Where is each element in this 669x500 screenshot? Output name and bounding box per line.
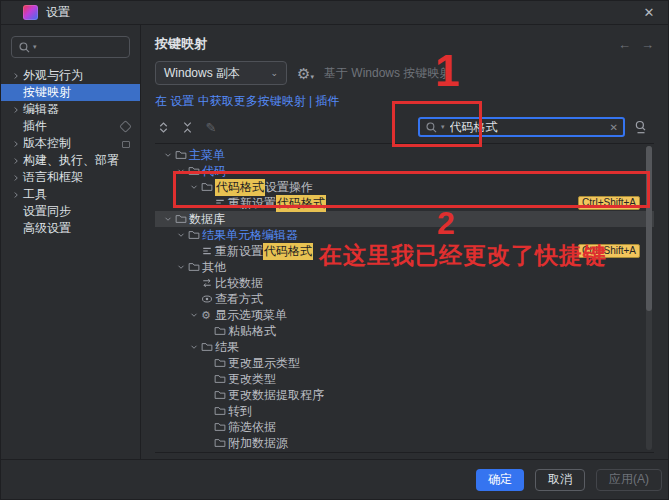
- tree-row-label: 结果: [215, 339, 239, 356]
- apply-button[interactable]: 应用(A): [596, 469, 662, 491]
- sidebar-item-9[interactable]: 高级设置: [1, 220, 140, 237]
- sidebar-item-7[interactable]: 工具: [1, 186, 140, 203]
- tree-row-17[interactable]: 筛选依据: [155, 419, 654, 435]
- clear-search-icon[interactable]: ✕: [610, 122, 618, 133]
- scrollbar-thumb[interactable]: [646, 146, 652, 311]
- folder-icon: [188, 229, 202, 241]
- keymap-gear-button[interactable]: ⚙ ▾: [297, 66, 314, 81]
- caret-down-icon: ▾: [33, 43, 37, 51]
- chevron-down-icon[interactable]: [189, 182, 201, 192]
- sidebar-item-1[interactable]: 按键映射: [1, 84, 140, 101]
- tree-row-13[interactable]: 更改显示类型: [155, 355, 654, 371]
- cancel-button[interactable]: 取消: [535, 469, 585, 491]
- chevron-right-icon[interactable]: [11, 139, 23, 149]
- sidebar-item-4[interactable]: 版本控制: [1, 135, 140, 152]
- chevron-right-icon[interactable]: [11, 105, 23, 115]
- chevron-down-icon[interactable]: [176, 166, 188, 176]
- keymap-tree: 主菜单代码代码格式设置操作重新设置代码格式Ctrl+Shift+A数据库结果单元…: [155, 143, 654, 453]
- tree-row-8[interactable]: 比较数据: [155, 275, 654, 291]
- chevron-down-icon[interactable]: [163, 150, 175, 160]
- chevron-down-icon[interactable]: [176, 262, 188, 272]
- tree-row-label: 转到: [228, 403, 252, 420]
- tree-row-18[interactable]: 附加数据源: [155, 435, 654, 451]
- chevron-right-icon[interactable]: [11, 156, 23, 166]
- forward-icon[interactable]: →: [641, 37, 654, 52]
- folder-icon: [175, 213, 189, 225]
- dialog-footer: 确定 取消 应用(A): [1, 459, 668, 499]
- caret-down-icon: ▾: [310, 73, 314, 81]
- expand-all-button[interactable]: [155, 119, 171, 135]
- shortcut-badge: Ctrl+Shift+A: [578, 244, 640, 258]
- sidebar-item-3[interactable]: 插件: [1, 118, 140, 135]
- chevron-down-icon[interactable]: [176, 230, 188, 240]
- keymap-select[interactable]: Windows 副本 ⌄: [155, 61, 287, 85]
- tree-row-label: 代码格式: [215, 179, 265, 196]
- close-icon[interactable]: ✕: [638, 5, 660, 20]
- sidebar-item-5[interactable]: 构建、执行、部署: [1, 152, 140, 169]
- tree-row-15[interactable]: 更改数据提取程序: [155, 387, 654, 403]
- chevron-right-icon[interactable]: [11, 173, 23, 183]
- tree-row-label: 筛选依据: [228, 419, 276, 436]
- tree-row-14[interactable]: 更改类型: [155, 371, 654, 387]
- tree-row-label: 数据库: [189, 211, 225, 228]
- tree-row-4[interactable]: 数据库: [155, 211, 654, 227]
- chevron-down-icon[interactable]: [189, 342, 201, 352]
- sidebar-item-8[interactable]: 设置同步: [1, 203, 140, 220]
- tree-row-5[interactable]: 结果单元格编辑器: [155, 227, 654, 243]
- ok-button[interactable]: 确定: [476, 469, 524, 491]
- app-logo-icon: [23, 5, 38, 20]
- tree-rows: 主菜单代码代码格式设置操作重新设置代码格式Ctrl+Shift+A数据库结果单元…: [155, 147, 654, 451]
- tree-row-2[interactable]: 代码格式设置操作: [155, 179, 654, 195]
- tree-row-1[interactable]: 代码: [155, 163, 654, 179]
- shortcut-badge: Ctrl+Shift+A: [578, 196, 640, 210]
- tree-row-16[interactable]: 转到: [155, 403, 654, 419]
- gear-icon: ⚙: [201, 310, 215, 321]
- tree-row-7[interactable]: 其他: [155, 259, 654, 275]
- sidebar-item-6[interactable]: 语言和框架: [1, 169, 140, 186]
- chevron-right-icon[interactable]: [11, 190, 23, 200]
- dialog-body: ▾ 外观与行为按键映射编辑器插件版本控制构建、执行、部署语言和框架工具设置同步高…: [1, 25, 668, 461]
- find-by-shortcut-button[interactable]: [634, 120, 648, 134]
- action-search-field[interactable]: ▾ ✕: [418, 117, 625, 137]
- back-icon[interactable]: ←: [618, 37, 631, 52]
- folder-icon: [214, 373, 228, 385]
- chevron-down-icon[interactable]: [189, 310, 201, 320]
- reformat-icon: [201, 245, 215, 257]
- tree-row-12[interactable]: 结果: [155, 339, 654, 355]
- scrollbar-track[interactable]: [646, 146, 652, 450]
- folder-icon: [214, 389, 228, 401]
- tree-row-label: 代码格式: [276, 195, 326, 212]
- keymap-select-value: Windows 副本: [164, 65, 240, 82]
- settings-dialog: 设置 ✕ ▾ 外观与行为按键映射编辑器插件版本控制构建、执行、部署语言和框架工具…: [0, 0, 669, 500]
- chevron-right-icon[interactable]: [11, 71, 23, 81]
- folder-icon: [175, 149, 189, 161]
- tree-row-10[interactable]: ⚙显示选项菜单: [155, 307, 654, 323]
- page-header: 按键映射 ← →: [155, 35, 654, 53]
- sidebar-item-label: 按键映射: [23, 84, 71, 101]
- tree-row-11[interactable]: 粘贴格式: [155, 323, 654, 339]
- chevron-down-icon[interactable]: [163, 214, 175, 224]
- get-more-keymaps-link[interactable]: 在 设置 中获取更多按键映射 | 插件: [155, 93, 654, 107]
- caret-down-icon: ▾: [441, 123, 445, 131]
- tree-row-label: 更改数据提取程序: [228, 387, 324, 404]
- tree-row-label: 主菜单: [189, 147, 225, 164]
- tree-row-3[interactable]: 重新设置代码格式Ctrl+Shift+A: [155, 195, 654, 211]
- edit-shortcut-button[interactable]: ✎: [203, 119, 219, 135]
- sidebar-item-0[interactable]: 外观与行为: [1, 67, 140, 84]
- tree-row-label: 代码: [202, 163, 226, 180]
- sidebar-item-label: 外观与行为: [23, 67, 83, 84]
- folder-icon: [214, 325, 228, 337]
- tree-row-label: 设置操作: [265, 179, 313, 196]
- tree-row-6[interactable]: 重新设置代码格式Ctrl+Shift+A: [155, 243, 654, 259]
- sidebar-item-label: 语言和框架: [23, 169, 83, 186]
- tree-row-0[interactable]: 主菜单: [155, 147, 654, 163]
- keymap-controls: Windows 副本 ⌄ ⚙ ▾ 基于 Windows 按键映射: [155, 61, 654, 85]
- tree-row-9[interactable]: 查看方式: [155, 291, 654, 307]
- gear-icon: ⚙: [297, 66, 310, 81]
- collapse-all-button[interactable]: [179, 119, 195, 135]
- tree-row-label: 结果单元格编辑器: [202, 227, 298, 244]
- sidebar-item-2[interactable]: 编辑器: [1, 101, 140, 118]
- sidebar-search-input[interactable]: ▾: [11, 36, 130, 58]
- history-nav: ← →: [618, 37, 654, 52]
- action-search-input[interactable]: [448, 119, 607, 135]
